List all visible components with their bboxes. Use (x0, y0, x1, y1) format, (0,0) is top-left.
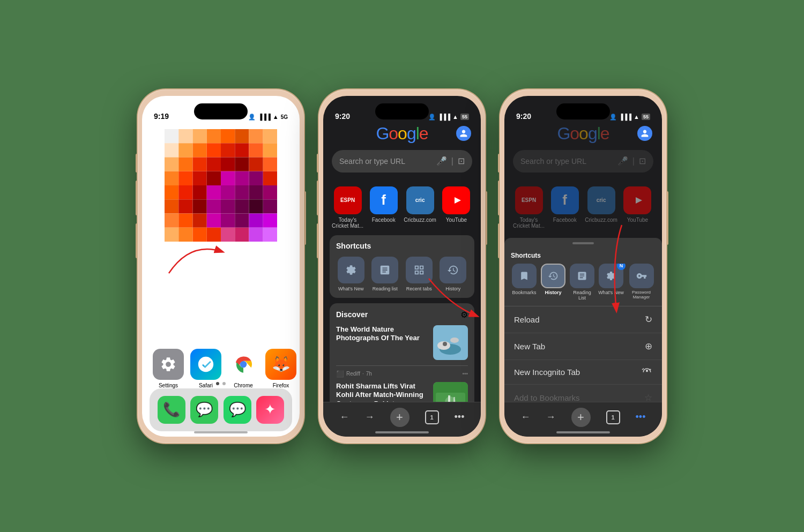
settings-icon[interactable] (153, 349, 184, 380)
whats-new-icon-3[interactable]: N (599, 264, 623, 288)
discover-settings-icon[interactable]: ⚙ (460, 310, 468, 320)
chrome-label: Chrome (234, 383, 253, 388)
more-icon-1[interactable]: ••• (462, 371, 468, 377)
dot-2 (222, 382, 226, 385)
messages-dock-icon[interactable]: 💬 (190, 396, 218, 424)
facebook-icon-3: f (551, 186, 579, 214)
menu-button-2[interactable]: ••• (455, 411, 465, 423)
svg-rect-31 (263, 171, 277, 185)
svg-rect-12 (221, 143, 235, 157)
settings-label: Settings (159, 383, 178, 388)
svg-rect-36 (221, 185, 235, 199)
svg-rect-54 (249, 213, 263, 227)
search-bar-2[interactable]: Search or type URL 🎤 | ⊡ (332, 150, 472, 173)
tabs-count-2[interactable]: 1 (425, 410, 439, 424)
shortcut-whats-new[interactable]: What's New (336, 257, 366, 291)
astro-dock-icon[interactable]: ✦ (256, 396, 284, 424)
menu-items: Reload ↻ New Tab ⊕ New Incognito Tab (504, 306, 662, 402)
menu-drag-handle (572, 242, 594, 244)
chrome-scroll-area[interactable]: Google Search or type URL 🎤 | ⊡ ESPN (323, 96, 481, 402)
astro-dock-app[interactable]: ✦ (256, 396, 284, 424)
menu-button-3[interactable]: ••• (636, 411, 646, 423)
svg-rect-26 (193, 171, 207, 185)
cricbuzz-label-3: Cricbuzz.com (585, 217, 617, 223)
quick-link-fb[interactable]: f Facebook (368, 186, 399, 229)
whatsapp-dock-app[interactable]: 💬 (224, 396, 251, 424)
reading-list-icon[interactable] (371, 257, 398, 283)
quick-link-yt[interactable]: YouTube (441, 186, 472, 229)
phone-dock-app[interactable]: 📞 (158, 396, 185, 424)
whatsapp-dock-icon[interactable]: 💬 (224, 396, 251, 424)
menu-password-item[interactable]: Password Manager (627, 264, 656, 301)
bookmark-icon[interactable] (512, 264, 537, 288)
messages-dock-app[interactable]: 💬 (190, 396, 218, 424)
forward-button-3[interactable]: → (546, 411, 556, 423)
new-tab-button-3[interactable]: + (571, 408, 591, 427)
profile-button-2[interactable] (456, 126, 471, 141)
article-time-1: 7h (366, 371, 372, 377)
youtube-icon[interactable] (442, 186, 470, 214)
espn-icon[interactable]: ESPN (334, 186, 362, 214)
quick-link-espn[interactable]: ESPN Today's Cricket Mat... (332, 186, 363, 229)
person-icon-3: 👤 (609, 114, 617, 121)
chrome-icon[interactable] (228, 349, 259, 380)
whats-new-icon[interactable] (338, 257, 364, 283)
back-button-3[interactable]: ← (521, 411, 531, 423)
history-icon[interactable] (440, 257, 466, 283)
back-button-2[interactable]: ← (340, 411, 349, 423)
reading-list-icon-3[interactable] (570, 264, 594, 288)
phone-dock-icon[interactable]: 📞 (158, 396, 185, 424)
new-tab-button-2[interactable]: + (390, 408, 410, 427)
microphone-icon[interactable]: 🎤 (436, 156, 447, 166)
mute-button-2 (317, 154, 319, 173)
forward-button-2[interactable]: → (365, 411, 375, 423)
tabs-count-3[interactable]: 1 (606, 410, 620, 424)
quick-link-cric[interactable]: cric Cricbuzz.com (404, 186, 436, 229)
menu-reading-item[interactable]: Reading List (569, 264, 595, 301)
search-bar-3[interactable]: Search or type URL 🎤 | ⊡ (513, 150, 653, 173)
page-dots (216, 382, 226, 385)
password-icon[interactable] (629, 264, 654, 288)
firefox-app[interactable]: 🦊 Firefox (265, 349, 296, 388)
shortcut-recent-tabs[interactable]: Recent tabs (404, 257, 434, 291)
phone-3: 9:20 👤 ▐▐▐ ▲ 55 Google Search or type UR… (500, 89, 666, 443)
svg-rect-49 (178, 213, 192, 227)
discover-card-2[interactable]: Rohit Sharma Lifts Virat Kohli After Mat… (336, 382, 468, 402)
safari-icon[interactable] (190, 349, 221, 380)
discover-card-1[interactable]: The World Nature Photographs Of The Year (336, 325, 468, 360)
firefox-icon[interactable]: 🦊 (265, 349, 296, 380)
reload-icon: ↻ (645, 314, 652, 325)
recent-tabs-icon[interactable] (406, 257, 433, 283)
add-bookmark-menu-item[interactable]: Add to Bookmarks ☆ (504, 385, 662, 402)
menu-history-icon[interactable] (541, 264, 565, 288)
svg-rect-30 (249, 171, 263, 185)
shortcut-reading-list[interactable]: Reading list (370, 257, 400, 291)
menu-shortcuts-title: Shortcuts (511, 252, 656, 259)
svg-rect-39 (263, 185, 277, 199)
cricbuzz-icon-3: cric (587, 186, 615, 214)
svg-rect-6 (249, 129, 263, 143)
svg-rect-62 (249, 227, 263, 241)
chrome-app[interactable]: Chrome (228, 349, 259, 388)
camera-icon[interactable]: ⊡ (458, 156, 465, 166)
new-tab-menu-item[interactable]: New Tab ⊕ (504, 333, 662, 360)
shortcut-history[interactable]: History (438, 257, 468, 291)
cricbuzz-icon[interactable]: cric (406, 186, 434, 214)
svg-rect-48 (165, 213, 178, 227)
facebook-icon[interactable]: f (370, 186, 398, 214)
settings-app[interactable]: Settings (153, 349, 184, 388)
incognito-menu-item[interactable]: New Incognito Tab (504, 360, 662, 385)
menu-bookmark-item[interactable]: Bookmarks (511, 264, 538, 301)
reload-menu-item[interactable]: Reload ↻ (504, 306, 662, 333)
mute-button-3 (498, 154, 500, 173)
search-icons-2: 🎤 | ⊡ (436, 156, 465, 166)
youtube-label: YouTube (446, 217, 467, 223)
quick-link-espn-3: ESPN Today's Cricket Mat... (513, 186, 545, 229)
svg-point-71 (450, 338, 459, 343)
status-icons-3: 👤 ▐▐▐ ▲ 55 (609, 114, 650, 121)
menu-history-item[interactable]: History (540, 264, 567, 301)
mute-button (136, 154, 138, 173)
discover-meta-1: ⬛ Rediff · 7h ••• (336, 370, 468, 378)
search-placeholder-2: Search or type URL (339, 157, 432, 166)
menu-whats-new-item[interactable]: N What's New (598, 264, 624, 301)
